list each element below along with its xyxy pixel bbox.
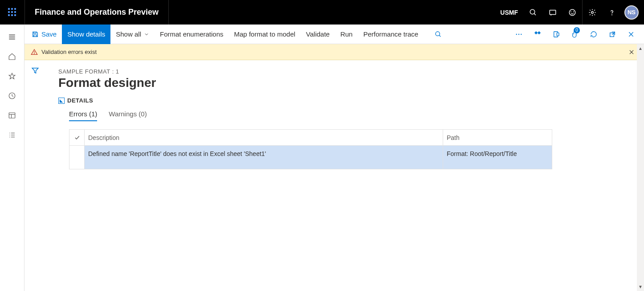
svg-point-5: [574, 12, 574, 12]
svg-rect-29: [538, 31, 541, 34]
show-all-button[interactable]: Show all: [110, 25, 155, 44]
show-details-button[interactable]: Show details: [62, 25, 110, 44]
modules-icon[interactable]: [0, 125, 24, 145]
svg-point-4: [571, 12, 571, 12]
show-details-label: Show details: [67, 30, 105, 38]
popout-icon[interactable]: [603, 25, 622, 44]
banner-message: Validation errors exist: [41, 49, 97, 55]
help-icon[interactable]: [602, 0, 622, 25]
run-button[interactable]: Run: [335, 25, 358, 44]
show-all-label: Show all: [116, 30, 141, 38]
svg-point-3: [569, 9, 575, 16]
row-description: Defined name 'ReportTitle' does not exis…: [85, 146, 443, 169]
search-icon[interactable]: [523, 0, 543, 25]
errors-grid: Description Path Defined name 'ReportTit…: [69, 129, 552, 169]
save-icon: [32, 31, 39, 38]
validate-button[interactable]: Validate: [301, 25, 335, 44]
page-title: Format designer: [58, 76, 632, 90]
svg-point-23: [436, 32, 440, 36]
column-description[interactable]: Description: [85, 130, 443, 145]
chevron-down-icon: [144, 32, 149, 37]
svg-rect-22: [34, 35, 37, 37]
tab-errors[interactable]: Errors (1): [69, 110, 97, 121]
attachments-icon[interactable]: 0: [566, 25, 584, 44]
svg-point-25: [516, 33, 517, 34]
performance-trace-button[interactable]: Performance trace: [358, 25, 424, 44]
warning-icon: [31, 49, 38, 56]
waffle-icon: [8, 8, 17, 17]
collapse-icon: ◣: [58, 98, 65, 104]
hamburger-icon[interactable]: [0, 27, 24, 47]
close-icon[interactable]: [622, 25, 640, 44]
office-addin-icon[interactable]: [547, 25, 566, 44]
svg-point-26: [518, 33, 519, 34]
map-format-button[interactable]: Map format to model: [229, 25, 301, 44]
format-enumerations-button[interactable]: Format enumerations: [155, 25, 229, 44]
row-checkbox[interactable]: [69, 146, 85, 169]
svg-point-0: [530, 9, 535, 14]
breadcrumb: SAMPLE FORMAT : 1: [58, 68, 632, 75]
messages-icon[interactable]: [543, 0, 562, 25]
app-launcher-button[interactable]: [0, 0, 24, 25]
navigation-rail: [0, 25, 24, 291]
command-bar: Save Show details Show all Format enumer…: [24, 25, 644, 44]
svg-rect-28: [534, 31, 538, 34]
details-section-header[interactable]: ◣ DETAILS: [58, 97, 632, 104]
scroll-up-icon: ▲: [638, 46, 643, 51]
global-header: Finance and Operations Preview USMF NS: [0, 0, 644, 25]
app-title: Finance and Operations Preview: [24, 0, 169, 25]
svg-rect-12: [9, 113, 15, 118]
home-icon[interactable]: [0, 47, 24, 66]
header-right: USMF NS: [495, 0, 644, 25]
attachments-badge: 0: [574, 27, 580, 33]
table-row[interactable]: Defined name 'ReportTitle' does not exis…: [69, 146, 552, 169]
svg-point-27: [521, 33, 522, 34]
save-button[interactable]: Save: [24, 25, 62, 44]
scroll-down-icon: ▼: [638, 284, 643, 289]
svg-line-1: [534, 13, 536, 15]
tabs: Errors (1) Warnings (0): [58, 110, 632, 121]
validation-banner: Validation errors exist: [24, 44, 644, 60]
company-picker[interactable]: USMF: [495, 9, 523, 16]
filter-icon[interactable]: [31, 66, 39, 291]
feedback-icon[interactable]: [562, 0, 582, 25]
tab-warnings[interactable]: Warnings (0): [109, 110, 147, 121]
svg-rect-2: [550, 10, 556, 14]
favorites-icon[interactable]: [0, 66, 24, 86]
details-label: DETAILS: [67, 97, 93, 104]
options-icon[interactable]: [528, 25, 547, 44]
grid-header: Description Path: [69, 130, 552, 146]
svg-point-36: [34, 53, 35, 53]
column-path[interactable]: Path: [443, 130, 552, 145]
banner-close-button[interactable]: [625, 49, 638, 55]
svg-line-24: [439, 35, 440, 37]
settings-icon[interactable]: [583, 0, 602, 25]
svg-point-6: [591, 11, 594, 13]
select-all-checkbox[interactable]: [69, 130, 85, 145]
svg-rect-21: [34, 32, 36, 33]
refresh-icon[interactable]: [584, 25, 603, 44]
content-main: SAMPLE FORMAT : 1 Format designer ◣ DETA…: [46, 60, 644, 291]
svg-point-7: [612, 14, 612, 15]
workspaces-icon[interactable]: [0, 106, 24, 125]
main-area: Save Show details Show all Format enumer…: [24, 25, 644, 291]
save-label: Save: [41, 30, 57, 38]
vertical-scrollbar[interactable]: ▲ ▼: [637, 44, 644, 291]
more-actions-icon[interactable]: [509, 25, 528, 44]
find-icon[interactable]: [429, 25, 448, 44]
row-path: Format: Root/Report/Title: [443, 146, 552, 169]
recent-icon[interactable]: [0, 86, 24, 106]
user-avatar[interactable]: NS: [624, 5, 639, 20]
svg-rect-31: [557, 33, 559, 36]
